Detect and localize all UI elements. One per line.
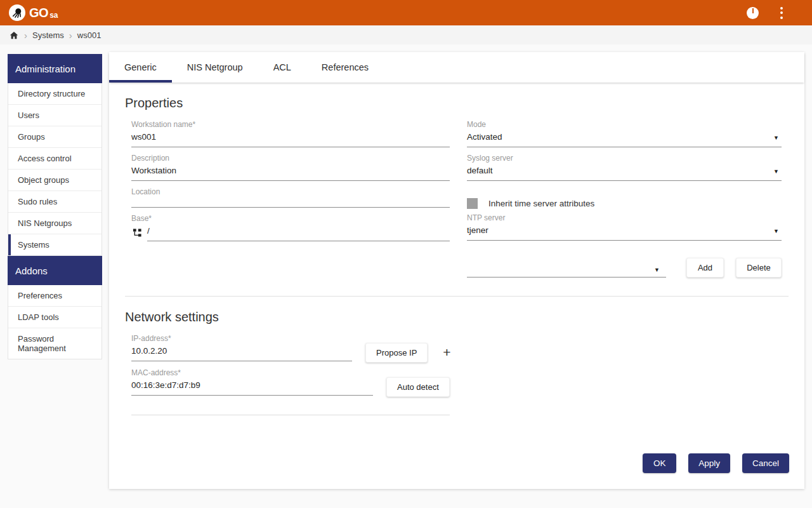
breadcrumb: › Systems › ws001 [0, 25, 812, 44]
chevron-down-icon: ▼ [773, 135, 779, 141]
ntp-server-select[interactable]: tjener ▼ [467, 223, 782, 241]
tab-bar: Generic NIS Netgroup ACL References [109, 52, 804, 83]
section-divider [125, 296, 789, 297]
base-label: Base* [131, 214, 450, 224]
gosa-logo[interactable]: GO sa [9, 4, 58, 21]
sidebar-item-users[interactable]: Users [8, 105, 102, 126]
sidebar-item-systems[interactable]: Systems [8, 234, 102, 255]
syslog-select-value: default [467, 166, 493, 175]
syslog-server-label: Syslog server [467, 154, 782, 163]
propose-ip-button[interactable]: Propose IP [365, 343, 428, 363]
sidebar-item-nis-netgroups[interactable]: NIS Netgroups [8, 213, 102, 234]
sidebar-item-sudo-rules[interactable]: Sudo rules [8, 191, 102, 213]
description-input[interactable]: Workstation [131, 163, 450, 181]
mac-address-row: MAC-address* 00:16:3e:d7:d7:b9 Auto dete… [131, 368, 804, 396]
plus-icon[interactable]: + [443, 346, 450, 359]
add-button[interactable]: Add [686, 258, 724, 277]
base-input[interactable]: / [147, 224, 450, 241]
sidebar: Administration Directory structure Users… [8, 54, 102, 359]
syslog-server-field: Syslog server default ▼ [467, 154, 782, 181]
ok-button[interactable]: OK [643, 453, 676, 473]
chevron-down-icon: ▼ [773, 169, 779, 175]
ip-address-label: IP-address* [131, 334, 352, 344]
mac-address-input[interactable]: 00:16:3e:d7:d7:b9 [131, 378, 373, 396]
location-input[interactable] [131, 197, 450, 208]
description-field: Description Workstation [131, 154, 450, 181]
base-tree-icon[interactable] [133, 228, 142, 237]
chevron-down-icon: ▼ [773, 229, 779, 234]
tab-nis-netgroup[interactable]: NIS Netgroup [172, 52, 258, 83]
ntp-server-label: NTP server [467, 213, 782, 223]
mac-address-field: MAC-address* 00:16:3e:d7:d7:b9 [131, 368, 373, 396]
delete-button[interactable]: Delete [736, 258, 782, 277]
workstation-name-input[interactable]: ws001 [131, 130, 450, 147]
mode-label: Mode [467, 120, 782, 130]
sidebar-item-object-groups[interactable]: Object groups [8, 170, 102, 191]
apply-button[interactable]: Apply [688, 453, 730, 473]
chevron-separator-icon: › [24, 30, 27, 40]
mac-address-label: MAC-address* [131, 368, 373, 378]
light-divider [131, 415, 450, 415]
ntp-add-select[interactable]: ▼ [467, 258, 666, 277]
ntp-actions-row: ▼ Add Delete [467, 258, 782, 277]
inherit-time-row: Inherit time server attributes [467, 198, 782, 209]
sidebar-item-access-control[interactable]: Access control [8, 148, 102, 170]
tab-generic[interactable]: Generic [109, 52, 172, 83]
cancel-button[interactable]: Cancel [742, 453, 789, 473]
breadcrumb-ws001[interactable]: ws001 [77, 30, 102, 40]
sidebar-item-ldap-tools[interactable]: LDAP tools [8, 307, 102, 328]
workstation-name-field: Workstation name* ws001 [131, 120, 450, 147]
network-settings-heading: Network settings [125, 310, 804, 324]
ip-address-input[interactable]: 10.0.2.20 [131, 344, 352, 361]
base-field: Base* / [131, 214, 450, 241]
tab-acl[interactable]: ACL [258, 52, 306, 83]
workstation-name-label: Workstation name* [131, 120, 450, 130]
sidebar-item-preferences[interactable]: Preferences [8, 285, 102, 307]
sidebar-section-addons: Addons [8, 256, 102, 285]
location-field: Location [131, 187, 450, 208]
auto-detect-button[interactable]: Auto detect [386, 377, 450, 397]
chevron-separator-icon: › [69, 30, 72, 40]
gosa-logo-icon [9, 4, 25, 21]
tab-references[interactable]: References [306, 52, 384, 83]
mode-field: Mode Activated ▼ [467, 120, 782, 147]
ntp-select-value: tjener [467, 225, 488, 235]
ip-address-field: IP-address* 10.0.2.20 [131, 334, 352, 361]
mode-select[interactable]: Activated ▼ [467, 130, 782, 147]
inherit-time-label: Inherit time server attributes [488, 199, 594, 208]
description-label: Description [131, 154, 450, 163]
breadcrumb-systems[interactable]: Systems [32, 30, 64, 40]
main-panel: Generic NIS Netgroup ACL References Prop… [109, 52, 804, 489]
inherit-time-checkbox[interactable] [467, 198, 478, 209]
syslog-server-select[interactable]: default ▼ [467, 163, 782, 181]
location-label: Location [131, 187, 450, 197]
sidebar-section-administration: Administration [8, 54, 102, 83]
home-icon[interactable] [9, 30, 19, 40]
chevron-down-icon: ▼ [654, 267, 660, 273]
sidebar-item-password-management[interactable]: Password Management [8, 328, 102, 359]
ip-address-row: IP-address* 10.0.2.20 Propose IP + [131, 334, 804, 361]
sidebar-item-groups[interactable]: Groups [8, 126, 102, 148]
logo-suffix-text: sa [49, 11, 58, 20]
properties-heading: Properties [125, 96, 804, 110]
clock-icon[interactable] [747, 7, 759, 19]
mode-select-value: Activated [467, 132, 502, 142]
logo-brand-text: GO [29, 6, 48, 20]
ntp-server-field: NTP server tjener ▼ [467, 213, 782, 241]
top-bar: GO sa [0, 0, 812, 25]
footer-actions: OK Apply Cancel [643, 453, 789, 473]
sidebar-item-directory-structure[interactable]: Directory structure [8, 83, 102, 105]
kebab-menu-icon[interactable] [776, 4, 787, 22]
